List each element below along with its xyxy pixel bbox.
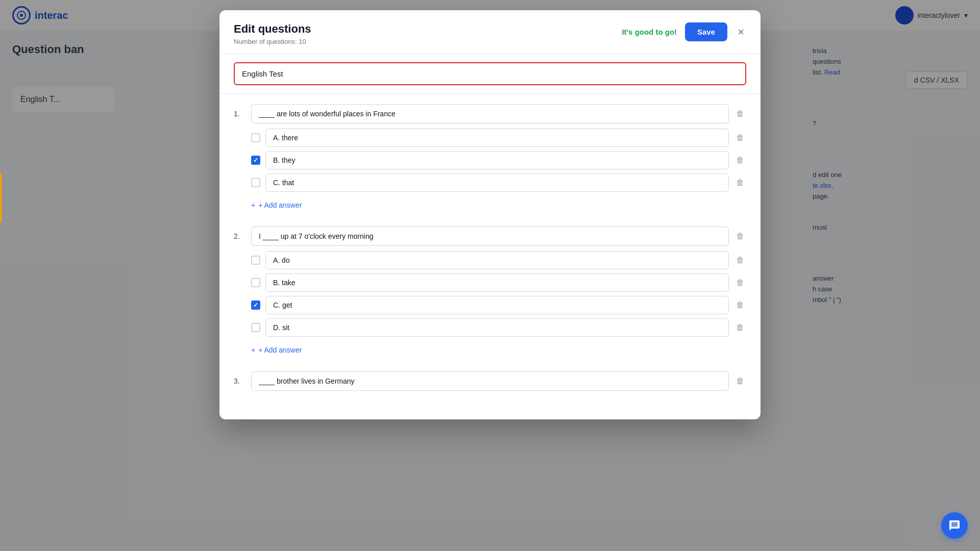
question-row-2: 2. 🗑 xyxy=(234,227,746,246)
answer-input-1-c[interactable] xyxy=(265,173,729,192)
modal-overlay: Edit questions Number of questions: 10 I… xyxy=(0,0,980,551)
question-block-1: 1. 🗑 🗑 🗑 xyxy=(234,104,746,212)
modal-title: Edit questions xyxy=(234,22,311,36)
answer-row-2-c: 🗑 xyxy=(251,296,746,314)
save-button[interactable]: Save xyxy=(685,22,727,41)
question-row-3: 3. 🗑 xyxy=(234,371,746,391)
question-row-1: 1. 🗑 xyxy=(234,104,746,123)
modal-header: Edit questions Number of questions: 10 I… xyxy=(219,10,761,54)
answer-checkbox-1-b[interactable] xyxy=(251,156,260,165)
answer-checkbox-2-d[interactable] xyxy=(251,323,260,332)
add-answer-button-2[interactable]: + + Add answer xyxy=(251,343,746,357)
answer-input-1-b[interactable] xyxy=(265,151,729,169)
delete-question-3-icon[interactable]: 🗑 xyxy=(734,374,746,388)
answer-checkbox-2-a[interactable] xyxy=(251,256,260,265)
chat-button[interactable] xyxy=(941,512,968,539)
question-number-1: 1. xyxy=(234,110,246,118)
edit-questions-modal: Edit questions Number of questions: 10 I… xyxy=(219,10,761,419)
delete-answer-1-b-icon[interactable]: 🗑 xyxy=(734,154,746,167)
answer-checkbox-2-b[interactable] xyxy=(251,278,260,287)
answers-section-2: 🗑 🗑 🗑 🗑 xyxy=(251,251,746,357)
answer-row-2-d: 🗑 xyxy=(251,318,746,337)
add-answer-label-2: + Add answer xyxy=(258,346,302,354)
delete-answer-2-a-icon[interactable]: 🗑 xyxy=(734,254,746,267)
answer-checkbox-1-c[interactable] xyxy=(251,178,260,187)
modal-body: 1. 🗑 🗑 🗑 xyxy=(219,94,761,419)
plus-icon: + xyxy=(251,201,255,209)
answer-input-2-d[interactable] xyxy=(265,318,729,337)
quiz-name-section xyxy=(219,54,761,94)
delete-answer-2-d-icon[interactable]: 🗑 xyxy=(734,321,746,334)
delete-answer-2-c-icon[interactable]: 🗑 xyxy=(734,298,746,312)
modal-header-actions: It's good to go! Save × xyxy=(622,22,746,41)
quiz-name-input[interactable] xyxy=(234,62,746,85)
question-number-3: 3. xyxy=(234,377,246,385)
question-input-2[interactable] xyxy=(251,227,729,246)
question-block-3: 3. 🗑 xyxy=(234,371,746,391)
answer-row-2-b: 🗑 xyxy=(251,273,746,292)
add-answer-label: + Add answer xyxy=(258,201,302,209)
answer-checkbox-1-a[interactable] xyxy=(251,133,260,142)
delete-answer-2-b-icon[interactable]: 🗑 xyxy=(734,276,746,289)
add-answer-button-1[interactable]: + + Add answer xyxy=(251,198,746,212)
answer-input-2-b[interactable] xyxy=(265,273,729,292)
question-input-1[interactable] xyxy=(251,104,729,123)
modal-title-section: Edit questions Number of questions: 10 xyxy=(234,22,311,45)
delete-question-2-icon[interactable]: 🗑 xyxy=(734,230,746,243)
feedback-tab[interactable]: Feedback xyxy=(0,172,2,223)
plus-icon-2: + xyxy=(251,346,255,354)
answer-input-2-c[interactable] xyxy=(265,296,729,314)
question-input-3[interactable] xyxy=(251,371,729,391)
delete-question-1-icon[interactable]: 🗑 xyxy=(734,107,746,120)
delete-answer-1-a-icon[interactable]: 🗑 xyxy=(734,131,746,144)
answer-checkbox-2-c[interactable] xyxy=(251,300,260,310)
answer-row-2-a: 🗑 xyxy=(251,251,746,269)
answers-section-1: 🗑 🗑 🗑 + + Add answer xyxy=(251,129,746,212)
good-to-go-text: It's good to go! xyxy=(622,28,677,36)
delete-answer-1-c-icon[interactable]: 🗑 xyxy=(734,176,746,189)
answer-row-1-c: 🗑 xyxy=(251,173,746,192)
answer-row-1-a: 🗑 xyxy=(251,129,746,147)
answer-input-1-a[interactable] xyxy=(265,129,729,147)
answer-input-2-a[interactable] xyxy=(265,251,729,269)
close-button[interactable]: × xyxy=(736,24,746,40)
modal-subtitle: Number of questions: 10 xyxy=(234,38,311,45)
question-block-2: 2. 🗑 🗑 🗑 xyxy=(234,227,746,357)
answer-row-1-b: 🗑 xyxy=(251,151,746,169)
question-number-2: 2. xyxy=(234,232,246,240)
